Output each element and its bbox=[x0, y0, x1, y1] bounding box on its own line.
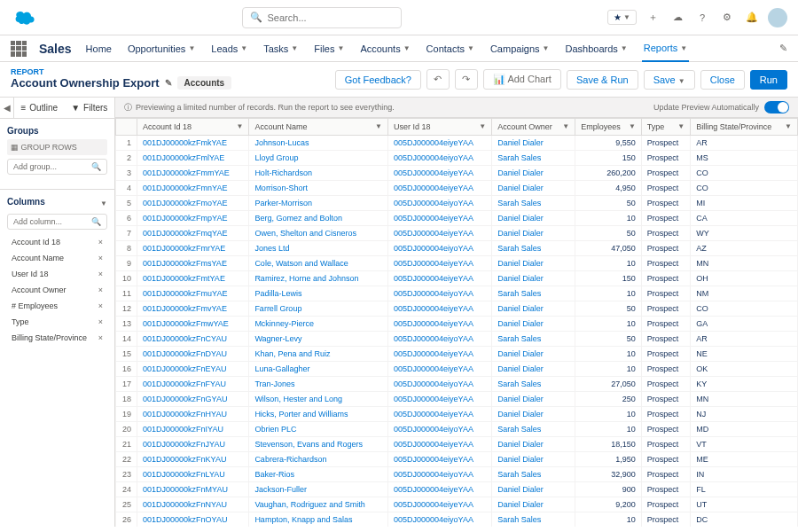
cell-account-id[interactable]: 001DJ00000kzFnHYAU bbox=[137, 407, 249, 422]
cell-owner[interactable]: Daniel Dialer bbox=[492, 362, 575, 377]
cell-user-id[interactable]: 005DJ000004eiyeYAA bbox=[388, 256, 492, 271]
cell-account-id[interactable]: 001DJ00000kzFmvYAE bbox=[137, 301, 249, 317]
cell-owner[interactable]: Daniel Dialer bbox=[492, 392, 575, 407]
nav-item-accounts[interactable]: Accounts ▼ bbox=[358, 35, 411, 62]
cell-user-id[interactable]: 005DJ000004eiyoYAA bbox=[388, 151, 492, 166]
cell-owner[interactable]: Sarah Sales bbox=[492, 286, 575, 301]
cell-owner[interactable]: Daniel Dialer bbox=[492, 407, 575, 422]
cell-account-id[interactable]: 001DJ00000kzFnFYAU bbox=[137, 377, 249, 392]
cell-account-id[interactable]: 001DJ00000kzFmtYAE bbox=[137, 271, 249, 286]
close-button[interactable]: Close bbox=[700, 70, 745, 90]
cell-owner[interactable]: Daniel Dialer bbox=[492, 256, 575, 271]
cell-owner[interactable]: Daniel Dialer bbox=[492, 347, 575, 362]
cell-account-id[interactable]: 001DJ00000kzFnNYAU bbox=[137, 497, 249, 512]
cell-account-id[interactable]: 001DJ00000kzFnLYAU bbox=[137, 467, 249, 482]
column-pill[interactable]: Account Id 18× bbox=[7, 235, 107, 249]
add-icon[interactable]: ＋ bbox=[644, 9, 661, 27]
cell-account-name[interactable]: Wilson, Hester and Long bbox=[249, 392, 388, 407]
cell-account-name[interactable]: Cole, Watson and Wallace bbox=[249, 256, 388, 271]
remove-column-icon[interactable]: × bbox=[98, 254, 103, 262]
column-header[interactable]: Employees▼ bbox=[575, 119, 642, 136]
cell-account-name[interactable]: Parker-Morrison bbox=[249, 196, 388, 211]
cell-user-id[interactable]: 005DJ000004eiyoYAA bbox=[388, 467, 492, 482]
cell-owner[interactable]: Daniel Dialer bbox=[492, 437, 575, 452]
cell-owner[interactable]: Sarah Sales bbox=[492, 196, 575, 211]
settings-gear-icon[interactable]: ⚙ bbox=[718, 9, 736, 27]
add-column-input[interactable]: Add column...🔍 bbox=[7, 214, 107, 230]
cell-account-name[interactable]: Jackson-Fuller bbox=[249, 482, 388, 497]
cell-account-name[interactable]: Mckinney-Pierce bbox=[249, 317, 388, 332]
cell-account-id[interactable]: 001DJ00000kzFmmYAE bbox=[137, 166, 249, 181]
cell-owner[interactable]: Sarah Sales bbox=[492, 377, 575, 392]
run-button[interactable]: Run bbox=[750, 70, 787, 90]
cell-account-id[interactable]: 001DJ00000kzFnEYAU bbox=[137, 362, 249, 377]
cell-account-id[interactable]: 001DJ00000kzFnDYAU bbox=[137, 347, 249, 362]
column-pill[interactable]: User Id 18× bbox=[7, 267, 107, 281]
column-pill[interactable]: Type× bbox=[7, 315, 107, 329]
cell-user-id[interactable]: 005DJ000004eiyeYAA bbox=[388, 452, 492, 467]
cell-user-id[interactable]: 005DJ000004eiyeYAA bbox=[388, 226, 492, 241]
column-pill[interactable]: Account Owner× bbox=[7, 283, 107, 297]
cell-account-id[interactable]: 001DJ00000kzFmwYAE bbox=[137, 317, 249, 332]
global-search[interactable]: 🔍 bbox=[242, 7, 402, 28]
nav-item-reports[interactable]: Reports ▼ bbox=[642, 35, 689, 62]
favorites-button[interactable]: ★ ▼ bbox=[607, 10, 637, 25]
nav-item-contacts[interactable]: Contacts ▼ bbox=[425, 35, 476, 62]
remove-column-icon[interactable]: × bbox=[98, 301, 103, 310]
cell-owner[interactable]: Daniel Dialer bbox=[492, 226, 575, 241]
cell-owner[interactable]: Sarah Sales bbox=[492, 151, 575, 166]
cell-user-id[interactable]: 005DJ000004eiyeYAA bbox=[388, 497, 492, 512]
columns-menu-icon[interactable]: ▼ bbox=[100, 200, 107, 207]
cell-user-id[interactable]: 005DJ000004eiyeYAA bbox=[388, 362, 492, 377]
add-group-input[interactable]: Add group...🔍 bbox=[7, 159, 107, 175]
cell-owner[interactable]: Sarah Sales bbox=[492, 241, 575, 256]
cell-owner[interactable]: Daniel Dialer bbox=[492, 211, 575, 226]
cell-owner[interactable]: Daniel Dialer bbox=[492, 497, 575, 512]
cell-account-name[interactable]: Obrien PLC bbox=[249, 422, 388, 437]
nav-item-files[interactable]: Files ▼ bbox=[312, 35, 346, 62]
column-header[interactable]: User Id 18▼ bbox=[388, 119, 492, 136]
edit-title-icon[interactable]: ✎ bbox=[165, 78, 172, 88]
app-launcher-icon[interactable] bbox=[11, 41, 27, 57]
cell-account-name[interactable]: Farrell Group bbox=[249, 301, 388, 317]
cell-user-id[interactable]: 005DJ000004eiyeYAA bbox=[388, 407, 492, 422]
cell-account-name[interactable]: Hicks, Porter and Williams bbox=[249, 407, 388, 422]
cell-user-id[interactable]: 005DJ000004eiyeYAA bbox=[388, 301, 492, 317]
report-table-scroll[interactable]: Account Id 18▼Account Name▼User Id 18▼Ac… bbox=[115, 118, 798, 527]
cell-user-id[interactable]: 005DJ000004eiyeYAA bbox=[388, 317, 492, 332]
cell-account-id[interactable]: 001DJ00000kzFmnYAE bbox=[137, 181, 249, 196]
cell-account-name[interactable]: Holt-Richardson bbox=[249, 166, 388, 181]
auto-preview-toggle[interactable] bbox=[764, 101, 789, 113]
cell-owner[interactable]: Daniel Dialer bbox=[492, 271, 575, 286]
got-feedback-button[interactable]: Got Feedback? bbox=[335, 70, 421, 90]
cell-owner[interactable]: Sarah Sales bbox=[492, 467, 575, 482]
cell-account-id[interactable]: 001DJ00000kzFnGYAU bbox=[137, 392, 249, 407]
cell-user-id[interactable]: 005DJ000004eiyoYAA bbox=[388, 286, 492, 301]
cell-user-id[interactable]: 005DJ000004eiyoYAA bbox=[388, 196, 492, 211]
cell-owner[interactable]: Sarah Sales bbox=[492, 512, 575, 528]
edit-nav-icon[interactable]: ✎ bbox=[779, 43, 787, 54]
cell-account-id[interactable]: 001DJ00000kzFnCYAU bbox=[137, 332, 249, 347]
cell-user-id[interactable]: 005DJ000004eiyoYAA bbox=[388, 241, 492, 256]
cell-account-name[interactable]: Owen, Shelton and Cisneros bbox=[249, 226, 388, 241]
column-header[interactable]: Account Name▼ bbox=[249, 119, 388, 136]
cell-owner[interactable]: Daniel Dialer bbox=[492, 136, 575, 151]
cell-account-id[interactable]: 001DJ00000kzFnMYAU bbox=[137, 482, 249, 497]
cell-account-name[interactable]: Lloyd Group bbox=[249, 151, 388, 166]
cell-account-name[interactable]: Stevenson, Evans and Rogers bbox=[249, 437, 388, 452]
cell-account-name[interactable]: Jones Ltd bbox=[249, 241, 388, 256]
nav-item-leads[interactable]: Leads ▼ bbox=[209, 35, 249, 62]
nav-item-tasks[interactable]: Tasks ▼ bbox=[262, 35, 300, 62]
help-icon[interactable]: ? bbox=[693, 9, 711, 27]
cell-user-id[interactable]: 005DJ000004eiyeYAA bbox=[388, 347, 492, 362]
save-button[interactable]: Save ▼ bbox=[644, 70, 695, 90]
cell-user-id[interactable]: 005DJ000004eiyoYAA bbox=[388, 377, 492, 392]
cell-account-id[interactable]: 001DJ00000kzFmoYAE bbox=[137, 196, 249, 211]
column-header[interactable]: Account Owner▼ bbox=[492, 119, 575, 136]
cell-account-id[interactable]: 001DJ00000kzFmuYAE bbox=[137, 286, 249, 301]
remove-column-icon[interactable]: × bbox=[98, 286, 103, 294]
cell-account-name[interactable]: Vaughan, Rodriguez and Smith bbox=[249, 497, 388, 512]
cell-account-id[interactable]: 001DJ00000kzFnKYAU bbox=[137, 452, 249, 467]
cell-owner[interactable]: Daniel Dialer bbox=[492, 317, 575, 332]
save-run-button[interactable]: Save & Run bbox=[567, 70, 638, 90]
